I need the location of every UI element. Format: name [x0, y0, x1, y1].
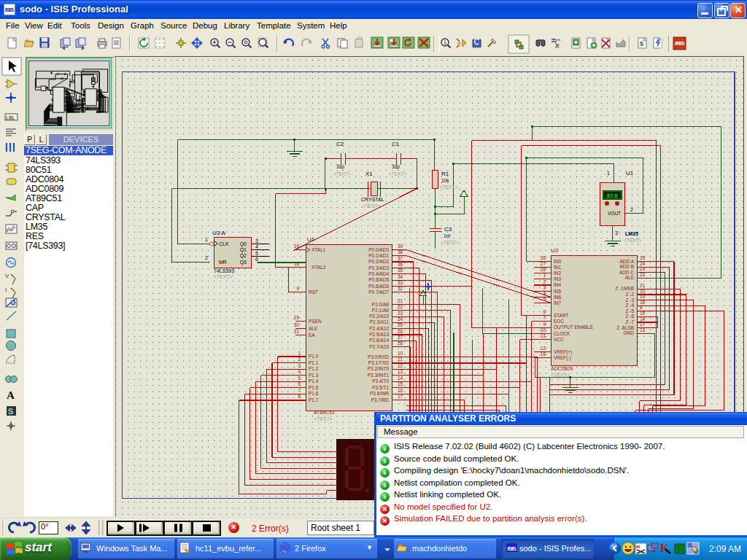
svg-text:ADD B: ADD B [619, 264, 634, 269]
svg-text:VREF(-): VREF(-) [554, 355, 571, 361]
svg-text:C2: C2 [336, 141, 344, 147]
svg-text:Q1: Q1 [240, 247, 247, 253]
svg-text:19: 19 [294, 244, 300, 249]
svg-text:P0.0/AD0: P0.0/AD0 [368, 247, 389, 252]
svg-text:ADC0809: ADC0809 [551, 366, 573, 371]
svg-text:<TEXT>: <TEXT> [333, 171, 351, 176]
svg-text:37.0: 37.0 [606, 192, 618, 199]
svg-text:14: 14 [398, 376, 403, 381]
svg-text:38: 38 [398, 249, 403, 254]
svg-text:33: 33 [398, 280, 403, 285]
svg-text:P1.5: P1.5 [309, 385, 319, 390]
svg-text:4: 4 [255, 244, 258, 249]
svg-text:1: 1 [543, 273, 546, 278]
svg-text:C3: C3 [444, 226, 452, 233]
svg-text:P2.4/A12: P2.4/A12 [369, 326, 389, 331]
svg-text:V: V [5, 273, 9, 279]
svg-text:S: S [8, 407, 13, 416]
svg-text:Z -1MSB: Z -1MSB [615, 286, 634, 291]
svg-text:P1.3: P1.3 [309, 373, 319, 378]
svg-text:IN6: IN6 [554, 295, 562, 300]
svg-text:6: 6 [298, 381, 301, 386]
svg-text:39: 39 [398, 244, 403, 249]
svg-text:$: $ [640, 40, 643, 47]
svg-text:P0.6/AD6: P0.6/AD6 [368, 284, 389, 289]
svg-text:10k: 10k [441, 178, 449, 183]
svg-text:35: 35 [398, 268, 403, 273]
svg-text:P1.4: P1.4 [309, 378, 319, 384]
svg-text:10: 10 [541, 327, 546, 332]
svg-text:15: 15 [398, 381, 403, 386]
svg-text:Z -6: Z -6 [625, 314, 634, 319]
svg-text:21: 21 [640, 283, 646, 288]
svg-text:ADD C: ADD C [619, 270, 635, 275]
svg-text:R1: R1 [441, 171, 449, 177]
svg-text:IN1: IN1 [554, 265, 562, 270]
svg-text:26: 26 [541, 255, 546, 260]
svg-text:I: I [5, 287, 7, 293]
svg-text:16: 16 [541, 351, 546, 357]
svg-text:P0.3/AD3: P0.3/AD3 [368, 265, 389, 271]
svg-text:EOC: EOC [554, 319, 564, 324]
svg-text:28: 28 [398, 341, 403, 346]
svg-text:11: 11 [398, 357, 403, 362]
svg-text:Z -5: Z -5 [625, 308, 634, 314]
svg-text:P1.7: P1.7 [309, 397, 319, 402]
svg-text:33p: 33p [336, 164, 344, 170]
svg-text:P2.1/A9: P2.1/A9 [372, 308, 390, 313]
svg-text:2: 2 [543, 279, 546, 284]
svg-text:P3.6/WR: P3.6/WR [370, 391, 389, 396]
svg-text:32: 32 [398, 286, 403, 291]
svg-text:U1: U1 [626, 170, 634, 176]
svg-text:17: 17 [398, 394, 403, 399]
svg-text:37: 37 [398, 256, 403, 261]
svg-text:4: 4 [298, 369, 301, 374]
svg-text:Q0: Q0 [240, 241, 247, 247]
svg-text:12: 12 [541, 346, 546, 351]
svg-text:2: 2 [630, 207, 633, 212]
svg-text:P2.5/A13: P2.5/A13 [369, 332, 389, 337]
svg-text:ALE: ALE [625, 275, 635, 280]
svg-text:X1: X1 [365, 171, 373, 177]
svg-text:6: 6 [543, 309, 546, 314]
svg-text:EA: EA [309, 332, 315, 338]
svg-text:<TEXT>: <TEXT> [551, 373, 570, 378]
svg-text:23: 23 [398, 311, 403, 316]
svg-text:P2.0/A8: P2.0/A8 [372, 302, 390, 307]
svg-text:2: 2 [298, 357, 301, 362]
svg-text:P2.3/A11: P2.3/A11 [370, 319, 390, 324]
svg-text:8: 8 [640, 305, 643, 310]
svg-text:A: A [555, 43, 560, 50]
svg-text:ISIS: ISIS [508, 545, 517, 552]
svg-text:CLK: CLK [219, 241, 229, 246]
svg-text:23: 23 [640, 266, 646, 271]
svg-text:27: 27 [398, 335, 403, 340]
svg-text:VCC: VCC [554, 337, 564, 342]
svg-text:34: 34 [398, 274, 403, 279]
svg-text:17: 17 [640, 322, 646, 327]
svg-text:5: 5 [298, 376, 301, 381]
svg-text:GND: GND [624, 330, 635, 335]
svg-text:IN5: IN5 [554, 289, 562, 294]
svg-text:19: 19 [640, 294, 646, 299]
svg-text:30: 30 [294, 322, 300, 327]
svg-text:Z -4: Z -4 [625, 303, 634, 308]
svg-text:LBL: LBL [6, 115, 15, 120]
svg-text:XTAL1: XTAL1 [311, 247, 326, 252]
svg-text:XTAL2: XTAL2 [311, 265, 326, 270]
svg-text:MR: MR [219, 260, 227, 265]
svg-text:U4: U4 [307, 236, 315, 243]
svg-text:IN7: IN7 [554, 300, 562, 306]
svg-text:5: 5 [255, 251, 258, 256]
svg-text:Z -2: Z -2 [625, 292, 634, 297]
svg-text:CRYSTAL: CRYSTAL [361, 197, 384, 202]
svg-text:P2.7/A15: P2.7/A15 [369, 344, 389, 349]
svg-text:A: A [7, 389, 15, 401]
svg-text:27: 27 [541, 261, 546, 266]
svg-text:M: M [636, 545, 640, 549]
svg-text:LM35: LM35 [625, 231, 638, 236]
svg-text:Z -3: Z -3 [625, 298, 634, 303]
svg-text:2: 2 [205, 255, 208, 260]
svg-text:25: 25 [640, 255, 646, 260]
svg-text:P0.5/AD5: P0.5/AD5 [368, 277, 389, 282]
